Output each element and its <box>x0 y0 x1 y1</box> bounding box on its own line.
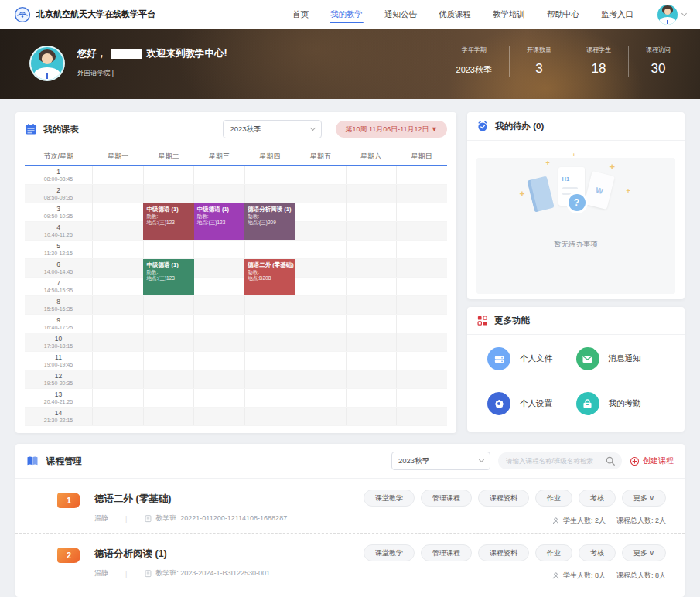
schedule-cell <box>194 185 245 203</box>
period-cell: 511:30-12:15 <box>25 241 93 258</box>
day-header: 星期五 <box>295 152 346 162</box>
period-cell: 1320:40-21:25 <box>25 389 93 407</box>
files-icon <box>487 347 510 370</box>
feature-消息通知[interactable]: 消息通知 <box>576 347 665 370</box>
action-考核[interactable]: 考核 <box>579 490 616 507</box>
schedule-term-select[interactable]: 2023秋季 <box>223 120 322 138</box>
nav-item-通知公告[interactable]: 通知公告 <box>384 2 418 28</box>
search-icon[interactable] <box>605 455 616 466</box>
stat-value: 3 <box>527 61 551 77</box>
nav-item-我的教学[interactable]: 我的教学 <box>330 2 364 28</box>
schedule-cell <box>93 370 144 388</box>
schedule-cell <box>144 352 195 370</box>
period-number: 8 <box>56 298 60 305</box>
schedule-cell <box>295 241 347 258</box>
user-avatar[interactable] <box>657 5 678 25</box>
schedule-cell <box>144 408 195 425</box>
action-课程资料[interactable]: 课程资料 <box>478 544 529 561</box>
schedule-cell <box>93 259 144 277</box>
schedule-cell <box>194 408 245 425</box>
schedule-cell <box>295 222 347 240</box>
action-更多 ∨[interactable]: 更多 ∨ <box>622 490 666 507</box>
course-teacher: 温静 <box>94 513 108 524</box>
create-course-button[interactable]: 创建课程 <box>630 455 674 466</box>
period-time: 09:50-10:35 <box>44 213 73 220</box>
period-number: 13 <box>55 391 62 398</box>
person-icon <box>551 571 560 580</box>
schedule-cell <box>295 389 347 407</box>
period-cell: 108:00-08:45 <box>25 166 93 184</box>
chevron-down-icon[interactable] <box>681 10 687 15</box>
feature-我的考勤[interactable]: 我的考勤 <box>576 392 665 415</box>
schedule-cell <box>194 389 245 407</box>
schedule-cell <box>245 166 296 184</box>
attendance-icon <box>576 392 599 415</box>
nav-item-首页[interactable]: 首页 <box>292 2 309 28</box>
course-block-location: 地点:(三)123 <box>146 275 190 282</box>
action-作业[interactable]: 作业 <box>535 544 572 561</box>
period-cell: 1219:50-20:35 <box>25 370 93 388</box>
total-count-label: 课程总人数: 8人 <box>616 571 666 581</box>
feature-个人文件[interactable]: 个人文件 <box>487 347 576 370</box>
banner-stat: 学年学期2023秋季 <box>439 46 509 77</box>
schedule-course-block[interactable]: 中级德语 (1)助教:地点:(三)123 <box>143 203 193 240</box>
schedule-cell <box>295 315 347 333</box>
action-考核[interactable]: 考核 <box>579 544 616 561</box>
schedule-row: 208:50-09:35 <box>25 185 447 203</box>
period-time: 15:50-16:35 <box>44 305 73 312</box>
period-number: 10 <box>55 335 62 343</box>
schedule-cell <box>245 315 296 333</box>
schedule-row: 1421:30-22:15 <box>25 408 447 426</box>
day-header: 星期四 <box>244 152 295 162</box>
course-stats: 学生人数: 2人课程总人数: 2人 <box>551 516 666 526</box>
action-课程资料[interactable]: 课程资料 <box>478 490 529 507</box>
schedule-cell <box>295 166 347 184</box>
course-index-badge: 1 <box>57 493 80 508</box>
schedule-corner-label: 节次/星期 <box>25 152 93 162</box>
feature-个人设置[interactable]: 个人设置 <box>487 392 576 415</box>
action-管理课程[interactable]: 管理课程 <box>421 544 472 561</box>
nav-item-监考入口[interactable]: 监考入口 <box>600 2 634 28</box>
nav-item-教学培训[interactable]: 教学培训 <box>492 2 526 28</box>
course-search-input[interactable] <box>498 452 622 469</box>
period-time: 08:50-09:35 <box>44 194 73 201</box>
action-管理课程[interactable]: 管理课程 <box>421 490 472 507</box>
schedule-cell <box>347 352 398 370</box>
schedule-course-block[interactable]: 中级德语 (1)助教:地点:(三)123 <box>143 259 193 295</box>
schedule-table: 节次/星期星期一星期二星期三星期四星期五星期六星期日 108:00-08:452… <box>25 148 447 426</box>
action-课堂教学[interactable]: 课堂教学 <box>364 544 415 561</box>
clipboard-icon <box>144 514 152 523</box>
schedule-cell <box>295 352 347 370</box>
schedule-course-block[interactable]: 德语分析阅读 (1)助教:地点:(三)209 <box>244 203 295 240</box>
nav-item-帮助中心[interactable]: 帮助中心 <box>546 2 580 28</box>
period-number: 7 <box>56 279 60 287</box>
course-term-select[interactable]: 2023秋季 <box>391 452 490 470</box>
period-number: 5 <box>56 242 60 250</box>
schedule-cell <box>93 241 144 258</box>
schedule-course-block[interactable]: 德语二外 (零基础)助教:地点:B208 <box>244 259 295 295</box>
schedule-term-value: 2023秋季 <box>230 125 261 135</box>
schedule-cell <box>397 278 447 295</box>
week-selector[interactable]: 第10周 11月06日-11月12日 ▼ <box>336 121 447 138</box>
course-title[interactable]: 德语分析阅读 (1) <box>94 548 167 561</box>
feature-label: 我的考勤 <box>609 398 641 409</box>
banner-stat: 课程访问30 <box>628 46 688 77</box>
action-作业[interactable]: 作业 <box>535 490 572 507</box>
nav-item-优质课程[interactable]: 优质课程 <box>438 2 472 28</box>
schedule-cell <box>397 241 447 258</box>
course-class: 教学班: 20221-011200-12114108-1688287... <box>144 513 292 524</box>
schedule-course-block[interactable]: 中级德语 (1)助教:地点:(三)123 <box>194 203 244 240</box>
total-count-label: 课程总人数: 2人 <box>616 516 666 526</box>
course-actions: 课堂教学管理课程课程资料作业考核更多 ∨ <box>364 544 666 561</box>
period-time: 16:40-17:25 <box>44 324 73 331</box>
stat-label: 课程访问 <box>646 46 671 54</box>
period-time: 11:30-12:15 <box>44 250 73 257</box>
schedule-cell <box>347 389 398 407</box>
course-row: 2德语分析阅读 (1)课堂教学管理课程课程资料作业考核更多 ∨温静|教学班: 2… <box>15 534 685 588</box>
course-title[interactable]: 德语二外 (零基础) <box>94 493 171 506</box>
action-课堂教学[interactable]: 课堂教学 <box>364 490 415 507</box>
schedule-card: 我的课表 2023秋季 第10周 11月06日-11月12日 ▼ 节次/星期星期… <box>15 112 456 433</box>
schedule-cell <box>144 185 195 203</box>
course-block-location: 地点:B208 <box>248 275 292 282</box>
action-更多 ∨[interactable]: 更多 ∨ <box>622 544 666 561</box>
